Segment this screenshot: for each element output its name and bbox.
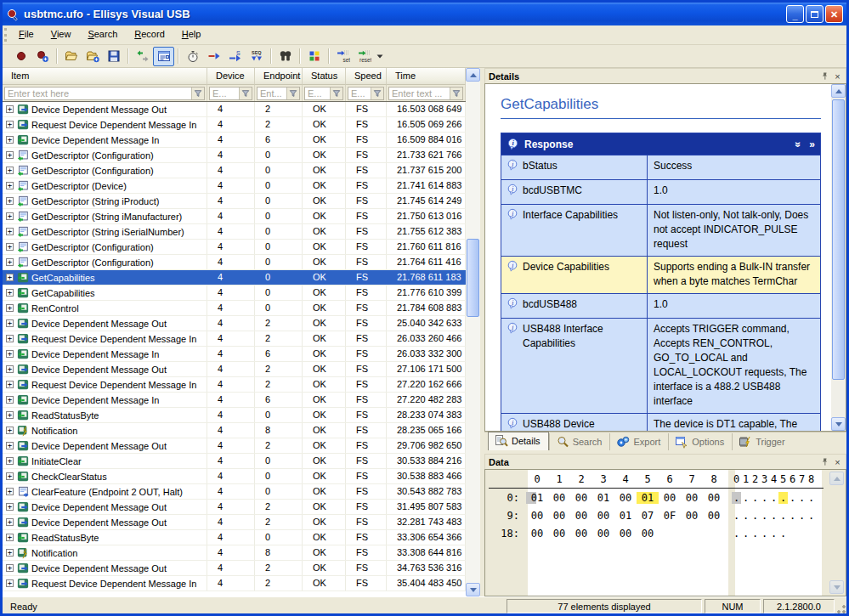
expand-icon[interactable]: + bbox=[6, 549, 14, 557]
ascii-char[interactable]: . bbox=[741, 492, 750, 504]
table-row[interactable]: +Device Dependent Message In46OKFS27.220… bbox=[3, 393, 466, 408]
tab-details[interactable]: Details bbox=[488, 432, 549, 450]
minimize-button[interactable]: _ bbox=[786, 5, 804, 23]
ascii-char[interactable]: . bbox=[750, 510, 760, 522]
details-scroll-track[interactable] bbox=[831, 98, 846, 417]
data-pin-icon[interactable] bbox=[818, 456, 831, 468]
expand-icon[interactable]: + bbox=[6, 350, 14, 358]
expand-icon[interactable]: + bbox=[6, 472, 14, 480]
hex-byte[interactable]: 00 bbox=[703, 492, 725, 504]
ascii-char[interactable]: . bbox=[760, 492, 769, 504]
hex-byte[interactable]: 00 bbox=[526, 510, 548, 522]
details-view-button[interactable] bbox=[153, 47, 174, 66]
collapse-section-icon[interactable]: » bbox=[792, 141, 804, 147]
filter-funnel-button[interactable] bbox=[286, 88, 299, 99]
hex-byte[interactable]: 07 bbox=[637, 510, 659, 522]
table-row[interactable]: +GetDescriptor (String iManufacturer)40O… bbox=[3, 209, 466, 224]
table-row[interactable]: +GetDescriptor (String iProduct)40OKFS21… bbox=[3, 194, 466, 209]
menu-record[interactable]: Record bbox=[126, 25, 173, 44]
ascii-char[interactable]: . bbox=[760, 510, 769, 522]
expand-icon[interactable]: + bbox=[6, 335, 14, 342]
filter-input-device[interactable]: E... bbox=[209, 87, 252, 100]
set-button[interactable]: set bbox=[332, 47, 354, 66]
expand-icon[interactable]: + bbox=[6, 518, 14, 526]
expand-icon[interactable]: + bbox=[6, 167, 14, 174]
table-row[interactable]: +GetDescriptor (Configuration)40OKFS21.7… bbox=[3, 148, 466, 163]
hex-byte[interactable]: 00 bbox=[614, 528, 637, 540]
ascii-char[interactable]: . bbox=[778, 528, 788, 540]
hex-byte[interactable]: 00 bbox=[570, 528, 592, 540]
expand-icon[interactable]: + bbox=[6, 381, 14, 388]
expand-icon[interactable]: + bbox=[6, 274, 14, 281]
filter-input-item[interactable]: Enter text here bbox=[4, 87, 205, 100]
expand-icon[interactable]: + bbox=[6, 121, 14, 128]
hex-byte[interactable]: 00 bbox=[614, 492, 637, 504]
table-row[interactable]: +Device Dependent Message Out42OKFS27.10… bbox=[3, 362, 466, 377]
scroll-down-button[interactable] bbox=[466, 583, 480, 596]
scroll-up-button[interactable] bbox=[466, 68, 480, 82]
ascii-char[interactable]: . bbox=[788, 510, 797, 522]
ascii-char[interactable]: . bbox=[778, 492, 788, 504]
tab-options[interactable]: Options bbox=[668, 433, 732, 450]
hex-byte[interactable]: 00 bbox=[548, 528, 570, 540]
filter-input-time[interactable]: Enter text ... bbox=[388, 87, 463, 100]
hex-byte[interactable]: 01 bbox=[614, 510, 637, 522]
hex-byte[interactable]: 00 bbox=[548, 492, 570, 504]
hex-vertical-scrollbar[interactable] bbox=[829, 472, 844, 594]
menu-view[interactable]: View bbox=[42, 25, 80, 44]
folder-open-button[interactable] bbox=[60, 47, 82, 66]
column-header-status[interactable]: Status bbox=[303, 68, 346, 85]
table-row[interactable]: +GetDescriptor (Device)40OKFS21.741 614 … bbox=[3, 178, 466, 194]
hex-byte[interactable]: 01 bbox=[592, 492, 614, 504]
ascii-char[interactable]: . bbox=[760, 528, 769, 540]
column-header-item[interactable]: Item bbox=[3, 68, 207, 85]
save-button[interactable] bbox=[103, 47, 124, 66]
menu-file[interactable]: File bbox=[10, 25, 42, 44]
tab-trigger[interactable]: Trigger bbox=[732, 433, 792, 450]
expand-icon[interactable]: + bbox=[6, 396, 14, 404]
table-row[interactable]: +GetDescriptor (Configuration)40OKFS21.7… bbox=[3, 255, 466, 270]
response-section-header[interactable]: i Response » » bbox=[501, 133, 820, 155]
table-row[interactable]: +Device Dependent Message Out42OKFS31.49… bbox=[3, 500, 466, 515]
table-row[interactable]: +RenControl40OKFS21.784 608 883 bbox=[3, 301, 466, 316]
table-row[interactable]: +Notification48OKFS33.308 644 816 bbox=[3, 545, 466, 561]
ascii-char[interactable]: . bbox=[807, 492, 816, 504]
grid-vertical-scrollbar[interactable] bbox=[466, 68, 480, 596]
filter-input-speed[interactable]: E... bbox=[348, 87, 384, 100]
table-row[interactable]: +Device Dependent Message Out42OKFS34.76… bbox=[3, 561, 466, 576]
ascii-char[interactable]: . bbox=[797, 510, 807, 522]
column-header-endpoint[interactable]: Endpoint bbox=[255, 68, 303, 85]
stopwatch-button[interactable] bbox=[182, 47, 203, 66]
expand-icon[interactable]: + bbox=[6, 564, 14, 572]
ascii-char[interactable]: . bbox=[807, 510, 816, 522]
hex-byte[interactable]: 01 bbox=[637, 492, 659, 504]
ascii-char[interactable]: . bbox=[769, 492, 778, 504]
table-row[interactable]: +Request Device Dependent Message In42OK… bbox=[3, 576, 466, 591]
table-row[interactable]: +GetDescriptor (String iSerialNumber)40O… bbox=[3, 224, 466, 240]
table-row[interactable]: +Request Device Dependent Message In42OK… bbox=[3, 331, 466, 347]
tab-search[interactable]: Search bbox=[549, 433, 610, 450]
ascii-char[interactable]: . bbox=[769, 510, 778, 522]
ascii-char[interactable]: . bbox=[769, 528, 778, 540]
hex-byte[interactable]: 00 bbox=[570, 492, 592, 504]
ascii-char[interactable]: . bbox=[778, 510, 788, 522]
expand-icon[interactable]: + bbox=[6, 457, 14, 465]
ascii-char[interactable]: . bbox=[797, 492, 807, 504]
table-row[interactable]: +ClearFeature (Endpoint 2 OUT, Halt)40OK… bbox=[3, 484, 466, 500]
expand-icon[interactable]: + bbox=[6, 289, 14, 297]
next-sequence-button[interactable]: S bbox=[224, 47, 246, 66]
hex-byte[interactable]: 00 bbox=[659, 492, 681, 504]
detail-row[interactable]: iInterface CapabilitiesNot listen-only, … bbox=[501, 204, 820, 256]
detail-row[interactable]: ibcdUSB4881.0 bbox=[501, 293, 820, 318]
record-button[interactable] bbox=[10, 47, 31, 66]
hex-byte[interactable]: 00 bbox=[703, 510, 725, 522]
ascii-char[interactable]: . bbox=[788, 492, 797, 504]
table-row[interactable]: +Device Dependent Message Out42OKFS32.28… bbox=[3, 515, 466, 530]
filter-input-endpoint[interactable]: Ent... bbox=[257, 87, 300, 100]
hex-byte[interactable]: 00 bbox=[548, 510, 570, 522]
detail-row[interactable]: iDevice CapabilitiesSupports ending a Bu… bbox=[501, 256, 820, 293]
table-row[interactable]: +GetCapabilities40OKFS21.776 610 399 bbox=[3, 285, 466, 301]
expand-icon[interactable]: + bbox=[6, 442, 14, 449]
table-row[interactable]: +Request Device Dependent Message In42OK… bbox=[3, 377, 466, 393]
table-row[interactable]: +Device Dependent Message In46OKFS26.033… bbox=[3, 347, 466, 362]
